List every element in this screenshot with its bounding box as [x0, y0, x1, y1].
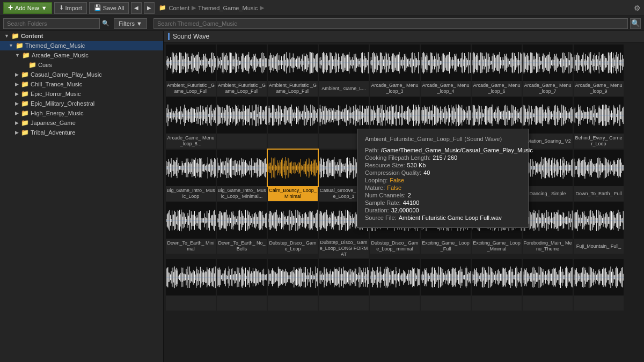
grid-item[interactable]: Down_To_Earth_ Minimal: [166, 202, 216, 258]
waveform-canvas: [217, 259, 267, 295]
main-search-input[interactable]: [153, 18, 628, 29]
waveform-canvas: [217, 202, 267, 239]
add-new-button[interactable]: ✚ Add New ▼: [3, 2, 52, 14]
import-button[interactable]: ⬇ Import: [54, 2, 87, 14]
sidebar-item-tribal-adventure[interactable]: ▶ 📁 Tribal_Adventure: [0, 128, 163, 137]
expand-arrow: ▶: [15, 91, 19, 97]
waveform-canvas: [268, 150, 318, 186]
tooltip-path-row: Path: /Game/Themed_Game_Music/Casual_Gam…: [365, 147, 521, 153]
grid-item[interactable]: Foreboding_Main_ Menu_Theme: [523, 202, 573, 258]
folder-icon: 📁: [28, 61, 36, 69]
waveform-canvas: [268, 202, 318, 239]
expand-arrow: ▼: [4, 33, 9, 39]
grid-item[interactable]: [523, 259, 573, 311]
search-go-button[interactable]: 🔍: [630, 18, 641, 29]
grid-item[interactable]: Fuji_Mountain_ Full_: [574, 202, 624, 258]
waveform-container: [319, 45, 369, 81]
grid-item[interactable]: Arcade_Game_ Menu_loop_9: [574, 45, 624, 96]
sidebar-item-themed-game-music[interactable]: ▼ 📁 Themed_Game_Music: [0, 41, 163, 50]
grid-item[interactable]: Arcade_Game_ Menu_loop_6: [472, 45, 522, 96]
search-folder-icon: 🔍: [102, 20, 109, 27]
folder-search-input[interactable]: [3, 18, 100, 29]
grid-item[interactable]: [472, 259, 522, 311]
grid-item[interactable]: [217, 97, 267, 149]
item-label: Down_To_Earth_ No_Bells: [217, 239, 267, 254]
expand-arrow: ▶: [15, 82, 19, 87]
grid-item[interactable]: Big_Game_Intro_ Music_Loop: [166, 150, 216, 201]
grid-item[interactable]: Ambient_Futuristic _Game_Loop_Full: [268, 45, 318, 96]
grid-item[interactable]: Arcade_Game_ Menu_loop_4: [421, 45, 471, 96]
grid-item[interactable]: Ambient_Futuristic _Game_Loop_Full: [217, 45, 267, 96]
settings-icon[interactable]: ⚙: [634, 4, 641, 12]
grid-item[interactable]: [421, 259, 471, 311]
filter-button[interactable]: Filters ▼: [114, 18, 147, 29]
waveform-canvas: [421, 97, 471, 134]
waveform-container: [523, 150, 573, 186]
grid-item[interactable]: [370, 259, 420, 311]
grid-item[interactable]: Ambient_Futuristic _Game_Loop_Full: [166, 45, 216, 96]
sidebar-item-chill-trance[interactable]: ▶ 📁 Chill_Trance_Music: [0, 79, 163, 89]
nav-back-button[interactable]: ◀: [131, 2, 142, 14]
waveform-container: [523, 259, 573, 295]
waveform-canvas: [166, 97, 216, 134]
item-label: Arcade_Game_ Menu_loop_3: [370, 81, 420, 96]
waveform-container: [523, 97, 573, 134]
grid-item[interactable]: [166, 259, 216, 311]
item-label: Big_Game_Intro_ Music_Loop_ Minimal...: [217, 186, 267, 201]
waveform-canvas: [217, 45, 267, 81]
save-all-button[interactable]: 💾 Save All: [89, 2, 129, 14]
waveform-canvas: [166, 45, 216, 81]
grid-item[interactable]: Ambient_ Game_L...: [319, 45, 369, 96]
item-label: [370, 295, 420, 311]
waveform-canvas: [574, 202, 624, 239]
breadcrumb-themed[interactable]: Themed_Game_Music: [198, 5, 258, 11]
grid-item[interactable]: [268, 259, 318, 311]
grid-item[interactable]: [319, 259, 369, 311]
tooltip-size-row: Resource Size: 530 Kb: [365, 162, 521, 168]
sidebar-item-epic-military[interactable]: ▶ 📁 Epic_Military_Orchestral: [0, 99, 163, 108]
sidebar-item-cues[interactable]: 📁 Cues: [0, 60, 163, 70]
nav-forward-button[interactable]: ▶: [144, 2, 155, 14]
grid-item[interactable]: Aviation_Soaring_ V2: [523, 97, 573, 149]
grid-item[interactable]: Big_Game_Intro_ Music_Loop_ Minimal...: [217, 150, 267, 201]
sidebar-item-japanese-game[interactable]: ▶ 📁 Japanese_Game: [0, 118, 163, 128]
grid-item[interactable]: Calm_Bouncy_ Loop_Minimal: [268, 150, 318, 201]
waveform-canvas: [217, 97, 267, 134]
sidebar-item-casual-game[interactable]: ▶ 📁 Casual_Game_Play_Music: [0, 70, 163, 79]
waveform-container: [166, 150, 216, 186]
waveform-canvas: [370, 97, 420, 134]
grid-item[interactable]: Dubstep_Disco_ Game_Loop: [268, 202, 318, 258]
item-label: Calm_Bouncy_ Loop_Minimal: [268, 186, 318, 201]
grid-item[interactable]: Arcade_Game_ Menu_loop_7: [523, 45, 573, 96]
grid-item[interactable]: [574, 259, 624, 311]
grid-item[interactable]: Arcade_Game_ Menu_loop_3: [370, 45, 420, 96]
sidebar-item-high-energy[interactable]: ▶ 📁 High_Energy_Music: [0, 108, 163, 118]
grid-item[interactable]: Behind_Every_ Corner_Loop: [574, 97, 624, 149]
waveform-container: [268, 202, 318, 239]
waveform-canvas: [523, 97, 573, 134]
item-label: [217, 295, 267, 311]
item-label: Ambient_ Game_L...: [319, 81, 369, 96]
breadcrumb-content[interactable]: Content: [169, 5, 189, 11]
dropdown-arrow-icon: ▼: [41, 5, 47, 11]
waveform-canvas: [421, 259, 471, 295]
search-bar: 🔍 Filters ▼ 🔍: [0, 16, 644, 31]
grid-item[interactable]: [217, 259, 267, 311]
tooltip-title: Ambient_Futuristic_Game_Loop_Full (Sound…: [365, 135, 521, 143]
item-label: Ambient_Futuristic _Game_Loop_Full: [166, 81, 216, 96]
waveform-container: [217, 97, 267, 134]
sidebar-item-content[interactable]: ▼ 📁 Content: [0, 31, 163, 41]
grid-item[interactable]: Dancing_ Simple: [523, 150, 573, 201]
waveform-canvas: [370, 259, 420, 295]
waveform-canvas: [166, 259, 216, 295]
grid-item[interactable]: Arcade_Game_ Menu_loop_8...: [166, 97, 216, 149]
folder-icon: 📁: [21, 119, 29, 127]
grid-item[interactable]: Down_To_Earth_ Full: [574, 150, 624, 201]
waveform-container: [217, 150, 267, 186]
sidebar-item-epic-horror[interactable]: ▶ 📁 Epic_Horror_Music: [0, 89, 163, 99]
expand-arrow: ▶: [15, 101, 19, 106]
grid-item[interactable]: Down_To_Earth_ No_Bells: [217, 202, 267, 258]
folder-icon: 📁: [16, 42, 24, 49]
grid-item[interactable]: [268, 97, 318, 149]
sidebar-item-arcade-game-music[interactable]: ▼ 📁 Arcade_Game_Music: [0, 50, 163, 60]
